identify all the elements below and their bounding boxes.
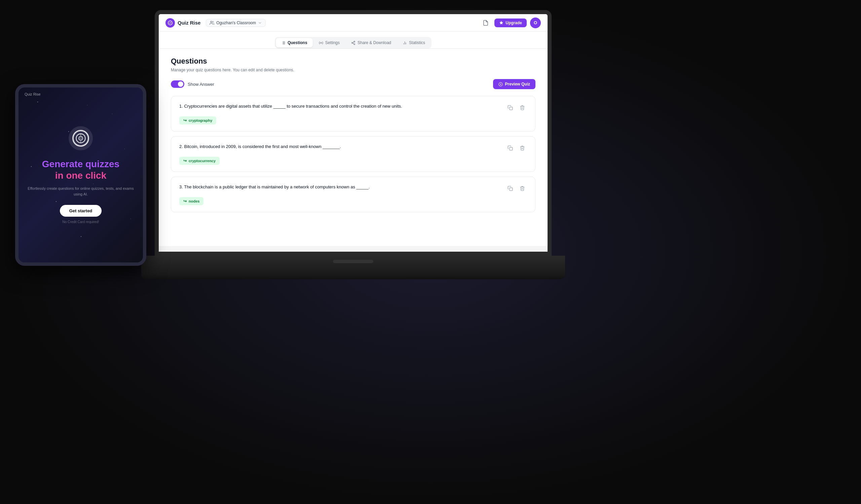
delete-icon-q1[interactable]	[518, 103, 527, 112]
logo-icon	[165, 18, 175, 28]
show-answer-toggle[interactable]	[171, 80, 184, 88]
question-3-actions	[506, 184, 527, 193]
svg-point-12	[354, 43, 355, 44]
app-header: Quiz Rise Oguzhan's Classroom	[159, 14, 548, 32]
classroom-name: Oguzhan's Classroom	[216, 21, 256, 25]
tab-statistics[interactable]: Statistics	[397, 38, 430, 47]
app-name: Quiz Rise	[178, 20, 201, 26]
svg-point-10	[354, 41, 355, 42]
question-card-3: 3. The blockchain is a public ledger tha…	[171, 177, 535, 212]
tabs-inner: Questions Settings	[275, 37, 432, 49]
tablet-logo-inner	[72, 130, 89, 147]
question-2-text: 2. Bitcoin, introduced in 2009, is consi…	[179, 143, 500, 150]
copy-icon-q2[interactable]	[506, 143, 515, 153]
header-right: Upgrade O	[480, 17, 541, 28]
show-answer-toggle-area: Show Answer	[171, 80, 214, 88]
user-avatar[interactable]: O	[530, 17, 541, 28]
copy-icon-q1[interactable]	[506, 103, 515, 112]
laptop-screen: Quiz Rise Oguzhan's Classroom	[155, 10, 551, 256]
tablet-content: Quiz Rise Generate quizzes in one click …	[18, 87, 143, 262]
tab-share[interactable]: Share & Download	[346, 38, 397, 47]
svg-marker-19	[501, 83, 502, 85]
answer-badge-q3: nodes	[179, 197, 204, 205]
page-title: Questions	[171, 57, 535, 66]
answer-badge-q2: cryptocurrency	[179, 157, 220, 165]
question-1-actions	[506, 103, 527, 112]
main-content: Questions Manage your quiz questions her…	[159, 49, 548, 246]
tab-settings[interactable]: Settings	[313, 38, 345, 47]
delete-icon-q2[interactable]	[518, 143, 527, 153]
toolbar: Show Answer Preview Quiz	[171, 79, 535, 89]
svg-point-24	[79, 136, 83, 140]
svg-rect-20	[509, 107, 512, 110]
logo-area: Quiz Rise	[165, 18, 201, 28]
tabs-bar: Questions Settings	[159, 32, 548, 49]
tab-questions[interactable]: Questions	[276, 38, 313, 47]
question-card-1: 1. Cryptocurrencies are digital assets t…	[171, 96, 535, 132]
tablet-device: Quiz Rise Generate quizzes in one click …	[15, 84, 146, 266]
tab-statistics-label: Statistics	[409, 40, 425, 45]
page-subtitle: Manage your quiz questions here. You can…	[171, 68, 535, 72]
answer-badge-q1: cryptography	[179, 117, 216, 124]
tablet-app-label: Quiz Rise	[25, 92, 41, 96]
document-icon[interactable]	[480, 17, 491, 28]
preview-quiz-label: Preview Quiz	[505, 82, 530, 86]
question-1-header: 1. Cryptocurrencies are digital assets t…	[179, 103, 527, 112]
svg-point-11	[352, 42, 353, 43]
question-3-header: 3. The blockchain is a public ledger tha…	[179, 184, 527, 193]
upgrade-label: Upgrade	[506, 21, 522, 25]
question-2-actions	[506, 143, 527, 153]
question-card-2: 2. Bitcoin, introduced in 2009, is consi…	[171, 136, 535, 172]
svg-rect-22	[509, 188, 512, 191]
copy-icon-q3[interactable]	[506, 184, 515, 193]
tab-share-label: Share & Download	[357, 40, 391, 45]
tab-questions-label: Questions	[288, 40, 308, 45]
question-1-text: 1. Cryptocurrencies are digital assets t…	[179, 103, 500, 110]
stars-background	[18, 87, 143, 262]
svg-point-9	[320, 42, 322, 43]
tab-settings-label: Settings	[325, 40, 340, 45]
question-2-header: 2. Bitcoin, introduced in 2009, is consi…	[179, 143, 527, 153]
laptop-base	[141, 256, 565, 274]
svg-rect-21	[509, 147, 512, 150]
svg-point-1	[210, 21, 212, 23]
show-answer-label: Show Answer	[188, 82, 214, 87]
question-3-text: 3. The blockchain is a public ledger tha…	[179, 184, 500, 191]
laptop-device: Quiz Rise Oguzhan's Classroom	[141, 10, 565, 286]
classroom-selector[interactable]: Oguzhan's Classroom	[206, 19, 266, 27]
preview-quiz-button[interactable]: Preview Quiz	[493, 79, 535, 89]
upgrade-button[interactable]: Upgrade	[494, 18, 527, 27]
svg-line-13	[353, 43, 354, 44]
svg-marker-2	[500, 21, 503, 24]
delete-icon-q3[interactable]	[518, 184, 527, 193]
svg-line-14	[353, 42, 354, 42]
